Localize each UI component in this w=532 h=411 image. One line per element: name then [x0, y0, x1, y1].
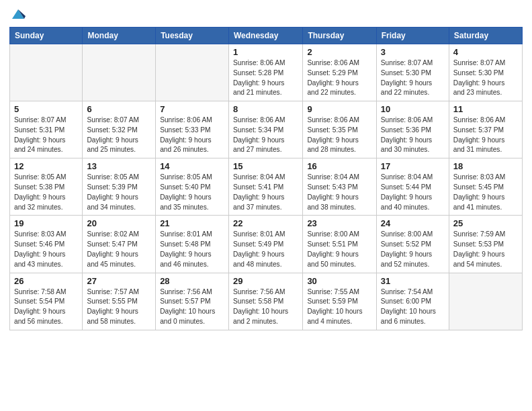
day-number: 3: [381, 47, 445, 57]
calendar-cell: 11Sunrise: 8:06 AM Sunset: 5:37 PM Dayli…: [449, 101, 522, 158]
day-info: Sunrise: 8:04 AM Sunset: 5:44 PM Dayligh…: [381, 173, 445, 212]
day-info: Sunrise: 8:00 AM Sunset: 5:51 PM Dayligh…: [307, 230, 371, 269]
day-info: Sunrise: 8:06 AM Sunset: 5:36 PM Dayligh…: [381, 116, 445, 155]
week-row-2: 5Sunrise: 8:07 AM Sunset: 5:31 PM Daylig…: [10, 101, 523, 158]
calendar-cell: 19Sunrise: 8:03 AM Sunset: 5:46 PM Dayli…: [10, 216, 83, 273]
day-info: Sunrise: 7:56 AM Sunset: 5:57 PM Dayligh…: [160, 287, 224, 327]
day-number: 21: [160, 218, 224, 228]
logo: [9, 7, 26, 21]
day-number: 27: [87, 276, 151, 286]
day-info: Sunrise: 7:55 AM Sunset: 5:59 PM Dayligh…: [307, 287, 371, 327]
day-number: 9: [307, 104, 371, 114]
day-number: 10: [381, 104, 445, 114]
calendar-cell: 28Sunrise: 7:56 AM Sunset: 5:57 PM Dayli…: [156, 273, 229, 330]
day-info: Sunrise: 8:05 AM Sunset: 5:40 PM Dayligh…: [160, 173, 224, 212]
calendar-cell: 31Sunrise: 7:54 AM Sunset: 6:00 PM Dayli…: [376, 273, 449, 330]
day-number: 11: [453, 104, 518, 114]
calendar-cell: 20Sunrise: 8:02 AM Sunset: 5:47 PM Dayli…: [83, 216, 156, 273]
calendar-cell: 24Sunrise: 8:00 AM Sunset: 5:52 PM Dayli…: [376, 216, 449, 273]
day-info: Sunrise: 8:01 AM Sunset: 5:48 PM Dayligh…: [160, 230, 224, 269]
calendar-cell: 3Sunrise: 8:07 AM Sunset: 5:30 PM Daylig…: [376, 44, 449, 101]
day-info: Sunrise: 8:07 AM Sunset: 5:31 PM Dayligh…: [14, 116, 78, 155]
calendar-cell: 1Sunrise: 8:06 AM Sunset: 5:28 PM Daylig…: [229, 44, 303, 101]
day-info: Sunrise: 8:06 AM Sunset: 5:28 PM Dayligh…: [233, 58, 298, 98]
day-info: Sunrise: 8:06 AM Sunset: 5:34 PM Dayligh…: [233, 116, 298, 155]
calendar-cell: [449, 273, 522, 330]
day-info: Sunrise: 8:06 AM Sunset: 5:29 PM Dayligh…: [307, 58, 371, 98]
week-row-4: 19Sunrise: 8:03 AM Sunset: 5:46 PM Dayli…: [10, 216, 523, 273]
day-info: Sunrise: 7:58 AM Sunset: 5:54 PM Dayligh…: [14, 287, 78, 327]
day-info: Sunrise: 8:04 AM Sunset: 5:43 PM Dayligh…: [307, 173, 371, 212]
day-number: 16: [307, 161, 371, 171]
day-number: 30: [307, 276, 371, 286]
day-info: Sunrise: 8:06 AM Sunset: 5:35 PM Dayligh…: [307, 116, 371, 155]
day-info: Sunrise: 8:03 AM Sunset: 5:45 PM Dayligh…: [453, 173, 518, 212]
calendar-cell: 26Sunrise: 7:58 AM Sunset: 5:54 PM Dayli…: [10, 273, 83, 330]
day-number: 31: [381, 276, 445, 286]
calendar-cell: 16Sunrise: 8:04 AM Sunset: 5:43 PM Dayli…: [303, 158, 376, 216]
calendar-cell: 18Sunrise: 8:03 AM Sunset: 5:45 PM Dayli…: [449, 158, 522, 216]
day-info: Sunrise: 8:04 AM Sunset: 5:41 PM Dayligh…: [233, 173, 298, 212]
calendar-cell: 23Sunrise: 8:00 AM Sunset: 5:51 PM Dayli…: [303, 216, 376, 273]
day-info: Sunrise: 8:03 AM Sunset: 5:46 PM Dayligh…: [14, 230, 78, 269]
calendar-cell: 2Sunrise: 8:06 AM Sunset: 5:29 PM Daylig…: [303, 44, 376, 101]
calendar-cell: 29Sunrise: 7:56 AM Sunset: 5:58 PM Dayli…: [229, 273, 303, 330]
week-row-5: 26Sunrise: 7:58 AM Sunset: 5:54 PM Dayli…: [10, 273, 523, 330]
day-info: Sunrise: 8:05 AM Sunset: 5:39 PM Dayligh…: [87, 173, 151, 212]
weekday-header-row: SundayMondayTuesdayWednesdayThursdayFrid…: [10, 28, 523, 44]
day-number: 2: [307, 47, 371, 57]
calendar-cell: 15Sunrise: 8:04 AM Sunset: 5:41 PM Dayli…: [229, 158, 303, 216]
day-info: Sunrise: 7:57 AM Sunset: 5:55 PM Dayligh…: [87, 287, 151, 327]
day-number: 24: [381, 218, 445, 228]
calendar-cell: 17Sunrise: 8:04 AM Sunset: 5:44 PM Dayli…: [376, 158, 449, 216]
logo-icon: [11, 7, 26, 21]
day-info: Sunrise: 8:07 AM Sunset: 5:30 PM Dayligh…: [453, 58, 518, 98]
day-number: 8: [233, 104, 298, 114]
day-number: 6: [87, 104, 151, 114]
calendar-cell: [10, 44, 83, 101]
calendar-cell: 5Sunrise: 8:07 AM Sunset: 5:31 PM Daylig…: [10, 101, 83, 158]
day-info: Sunrise: 8:06 AM Sunset: 5:33 PM Dayligh…: [160, 116, 224, 155]
day-number: 1: [233, 47, 298, 57]
calendar-cell: [156, 44, 229, 101]
day-info: Sunrise: 8:05 AM Sunset: 5:38 PM Dayligh…: [14, 173, 78, 212]
day-info: Sunrise: 8:07 AM Sunset: 5:32 PM Dayligh…: [87, 116, 151, 155]
day-info: Sunrise: 7:54 AM Sunset: 6:00 PM Dayligh…: [381, 287, 445, 327]
day-info: Sunrise: 8:02 AM Sunset: 5:47 PM Dayligh…: [87, 230, 151, 269]
day-info: Sunrise: 8:00 AM Sunset: 5:52 PM Dayligh…: [381, 230, 445, 269]
weekday-header-sunday: Sunday: [10, 28, 83, 44]
calendar-cell: 7Sunrise: 8:06 AM Sunset: 5:33 PM Daylig…: [156, 101, 229, 158]
day-number: 23: [307, 218, 371, 228]
day-number: 19: [14, 218, 78, 228]
day-number: 26: [14, 276, 78, 286]
calendar-cell: 27Sunrise: 7:57 AM Sunset: 5:55 PM Dayli…: [83, 273, 156, 330]
day-info: Sunrise: 8:07 AM Sunset: 5:30 PM Dayligh…: [381, 58, 445, 98]
calendar-cell: 4Sunrise: 8:07 AM Sunset: 5:30 PM Daylig…: [449, 44, 522, 101]
day-number: 22: [233, 218, 298, 228]
calendar-cell: 9Sunrise: 8:06 AM Sunset: 5:35 PM Daylig…: [303, 101, 376, 158]
calendar-cell: 22Sunrise: 8:01 AM Sunset: 5:49 PM Dayli…: [229, 216, 303, 273]
day-number: 13: [87, 161, 151, 171]
day-number: 14: [160, 161, 224, 171]
day-info: Sunrise: 7:56 AM Sunset: 5:58 PM Dayligh…: [233, 287, 298, 327]
calendar-cell: 6Sunrise: 8:07 AM Sunset: 5:32 PM Daylig…: [83, 101, 156, 158]
calendar: SundayMondayTuesdayWednesdayThursdayFrid…: [9, 27, 523, 330]
weekday-header-wednesday: Wednesday: [229, 28, 303, 44]
weekday-header-thursday: Thursday: [303, 28, 376, 44]
calendar-cell: 25Sunrise: 7:59 AM Sunset: 5:53 PM Dayli…: [449, 216, 522, 273]
calendar-cell: 13Sunrise: 8:05 AM Sunset: 5:39 PM Dayli…: [83, 158, 156, 216]
calendar-cell: 14Sunrise: 8:05 AM Sunset: 5:40 PM Dayli…: [156, 158, 229, 216]
day-number: 4: [453, 47, 518, 57]
day-info: Sunrise: 8:06 AM Sunset: 5:37 PM Dayligh…: [453, 116, 518, 155]
day-number: 15: [233, 161, 298, 171]
day-number: 18: [453, 161, 518, 171]
day-info: Sunrise: 8:01 AM Sunset: 5:49 PM Dayligh…: [233, 230, 298, 269]
calendar-cell: 21Sunrise: 8:01 AM Sunset: 5:48 PM Dayli…: [156, 216, 229, 273]
week-row-3: 12Sunrise: 8:05 AM Sunset: 5:38 PM Dayli…: [10, 158, 523, 216]
day-number: 29: [233, 276, 298, 286]
weekday-header-friday: Friday: [376, 28, 449, 44]
day-number: 17: [381, 161, 445, 171]
weekday-header-saturday: Saturday: [449, 28, 522, 44]
day-number: 5: [14, 104, 78, 114]
day-number: 12: [14, 161, 78, 171]
